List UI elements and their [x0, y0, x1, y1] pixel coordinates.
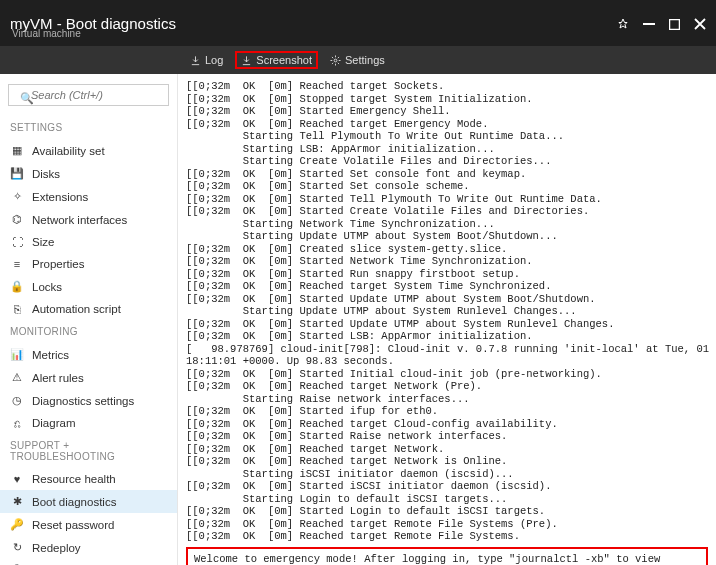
sidebar-item-disks[interactable]: 💾Disks — [0, 162, 177, 185]
download-icon — [241, 54, 252, 67]
group-support: SUPPORT + TROUBLESHOOTING — [0, 434, 177, 468]
sidebar-item-alerts[interactable]: ⚠Alert rules — [0, 366, 177, 389]
svg-point-2 — [334, 59, 337, 62]
pin-icon[interactable] — [617, 16, 629, 31]
diagram-icon: ⎌ — [10, 417, 24, 429]
sidebar-item-availability[interactable]: ▦Availability set — [0, 139, 177, 162]
search-icon: 🔍 — [20, 92, 34, 105]
sidebar-item-metrics[interactable]: 📊Metrics — [0, 343, 177, 366]
sidebar-item-redeploy[interactable]: ↻Redeploy — [0, 536, 177, 559]
sidebar-item-locks[interactable]: 🔒Locks — [0, 275, 177, 298]
alert-icon: ⚠ — [10, 371, 24, 384]
search-box: 🔍 — [8, 84, 169, 106]
screenshot-label: Screenshot — [256, 54, 312, 66]
settings-button[interactable]: Settings — [324, 51, 391, 70]
key-icon: 🔑 — [10, 518, 24, 531]
boot-log: [[0;32m OK [0m] Reached target Sockets. … — [186, 80, 708, 543]
sidebar-item-resourcehealth[interactable]: ♥Resource health — [0, 468, 177, 490]
screenshot-button[interactable]: Screenshot — [235, 51, 318, 70]
maximize-icon[interactable] — [669, 16, 680, 31]
boot-icon: ✱ — [10, 495, 24, 508]
sidebar-item-properties[interactable]: ≡Properties — [0, 253, 177, 275]
script-icon: ⎘ — [10, 303, 24, 315]
sidebar-item-automation[interactable]: ⎘Automation script — [0, 298, 177, 320]
window-subtitle: Virtual machine — [12, 28, 81, 39]
close-icon[interactable] — [694, 16, 706, 31]
log-button[interactable]: Log — [184, 51, 229, 70]
sidebar: 🔍 SETTINGS ▦Availability set 💾Disks ✧Ext… — [0, 74, 178, 565]
settings-label: Settings — [345, 54, 385, 66]
download-icon — [190, 54, 201, 67]
redeploy-icon: ↻ — [10, 541, 24, 554]
log-label: Log — [205, 54, 223, 66]
availability-icon: ▦ — [10, 144, 24, 157]
sidebar-item-extensions[interactable]: ✧Extensions — [0, 185, 177, 208]
sidebar-item-diagnostics[interactable]: ◷Diagnostics settings — [0, 389, 177, 412]
extensions-icon: ✧ — [10, 190, 24, 203]
title-bar: myVM - Boot diagnostics Virtual machine — [0, 0, 716, 46]
toolbar: Log Screenshot Settings — [0, 46, 716, 74]
group-settings: SETTINGS — [0, 116, 177, 139]
sidebar-item-resetpwd[interactable]: 🔑Reset password — [0, 513, 177, 536]
console-output: [[0;32m OK [0m] Reached target Sockets. … — [178, 74, 716, 565]
group-monitoring: MONITORING — [0, 320, 177, 343]
network-icon: ⌬ — [10, 213, 24, 226]
metrics-icon: 📊 — [10, 348, 24, 361]
heart-icon: ♥ — [10, 473, 24, 485]
sidebar-item-diagram[interactable]: ⎌Diagram — [0, 412, 177, 434]
disk-icon: 💾 — [10, 167, 24, 180]
gear-icon — [330, 54, 341, 67]
sidebar-item-bootdiag[interactable]: ✱Boot diagnostics — [0, 490, 177, 513]
emergency-banner: Welcome to emergency mode! After logging… — [186, 547, 708, 566]
emergency-text: Welcome to emergency mode! After logging… — [194, 553, 700, 566]
size-icon: ⛶ — [10, 236, 24, 248]
sidebar-item-size[interactable]: ⛶Size — [0, 231, 177, 253]
lock-icon: 🔒 — [10, 280, 24, 293]
minimize-icon[interactable] — [643, 16, 655, 31]
diagnostics-icon: ◷ — [10, 394, 24, 407]
svg-rect-1 — [670, 19, 680, 29]
sidebar-item-newsupport[interactable]: ➕New support request — [0, 559, 177, 565]
properties-icon: ≡ — [10, 258, 24, 270]
svg-rect-0 — [643, 23, 655, 25]
sidebar-item-nic[interactable]: ⌬Network interfaces — [0, 208, 177, 231]
